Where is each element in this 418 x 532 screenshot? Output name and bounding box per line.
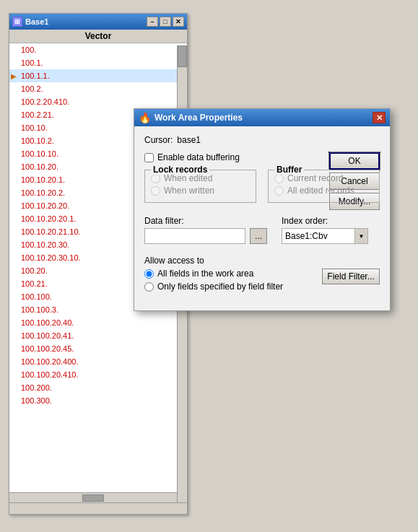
bg-statusbar — [9, 502, 187, 514]
all-fields-row: All fields in the work area — [144, 269, 283, 279]
index-order-section: Index order: Base1:Cbv ▼ — [282, 216, 368, 244]
current-record-radio[interactable] — [274, 174, 284, 183]
table-row[interactable]: 100.2.20.410. — [9, 95, 187, 108]
row-val: 100.10.20.30. — [21, 240, 69, 249]
combo-arrow-icon[interactable]: ▼ — [354, 229, 367, 243]
table-row[interactable]: 100.200. — [9, 381, 187, 394]
table-row[interactable]: 100.100.20.410. — [9, 368, 187, 381]
work-area-properties-dialog: 🔥 Work Area Properties ✕ OK Cancel Modif… — [134, 108, 391, 311]
table-row[interactable]: 100.100.20.41. — [9, 329, 187, 342]
bg-restore-btn[interactable]: □ — [160, 17, 171, 27]
enable-data-buffering-checkbox[interactable] — [144, 153, 154, 162]
dialog-close-btn[interactable]: ✕ — [373, 112, 386, 123]
when-edited-label: When edited — [164, 173, 212, 183]
row-val: 100.100.20.41. — [21, 331, 74, 340]
bg-window-title: Base1 — [25, 17, 48, 26]
table-row[interactable]: 100.100.20.45. — [9, 342, 187, 355]
data-filter-label: Data filter: — [144, 216, 267, 226]
row-val: 100.10.10. — [21, 149, 58, 158]
row-val: 100. — [21, 45, 36, 54]
row-val: 100.100. — [21, 292, 52, 301]
only-fields-label: Only fields specified by field filter — [157, 282, 283, 292]
row-val: 100.10.2. — [21, 136, 54, 145]
current-record-row: Current record — [274, 173, 373, 183]
only-fields-radio[interactable] — [144, 282, 154, 292]
row-val: 100.2.21. — [21, 110, 54, 119]
field-filter-button[interactable]: Field Filter... — [322, 269, 380, 284]
row-val: 100.200. — [21, 383, 52, 392]
table-row[interactable]: 100.100.20.40. — [9, 316, 187, 329]
dialog-title: Work Area Properties — [154, 113, 243, 123]
table-row[interactable]: 100.1. — [9, 56, 187, 69]
cursor-value: base1 — [177, 135, 201, 145]
row-val: 100.100.20.410. — [21, 370, 79, 379]
enable-data-buffering-label: Enable data buffering — [157, 152, 240, 162]
row-val: 100.1. — [21, 58, 43, 67]
index-order-label: Index order: — [282, 216, 368, 226]
browse-button[interactable]: ... — [250, 228, 267, 244]
row-val: 100.300. — [21, 396, 52, 405]
data-filter-input[interactable] — [144, 228, 245, 244]
index-order-value: Base1:Cbv — [282, 228, 354, 244]
all-fields-label: All fields in the work area — [157, 269, 253, 279]
row-val: 100.10.20.30.10. — [21, 253, 81, 262]
row-val: 100.10.20.21.10. — [21, 227, 81, 236]
dialog-icon: 🔥 — [139, 112, 150, 123]
bg-window-icon: ⊞ — [12, 17, 22, 27]
all-edited-radio[interactable] — [274, 186, 284, 196]
row-val: 100.100.3. — [21, 305, 58, 314]
bg-column-header: Vector — [9, 30, 187, 43]
data-filter-section: Data filter: ... — [144, 216, 267, 250]
when-edited-radio[interactable] — [151, 174, 160, 183]
table-row[interactable]: 100. — [9, 43, 187, 56]
row-val: 100.1.1. — [21, 71, 50, 80]
dialog-titlebar: 🔥 Work Area Properties ✕ — [134, 109, 390, 126]
allow-access-section: Allow access to All fields in the work a… — [144, 256, 380, 295]
bg-window-titlebar: ⊞ Base1 – □ ✕ — [9, 14, 187, 30]
table-row[interactable]: 100.100.20.400. — [9, 355, 187, 368]
lock-buffer-section: Lock records When edited When written Bu… — [144, 170, 380, 209]
row-val: 100.10.20.20.1. — [21, 214, 76, 223]
bg-window-controls: – □ ✕ — [147, 17, 184, 27]
dialog-body: OK Cancel Modify... Cursor: base1 Enable… — [134, 126, 390, 310]
index-order-combo[interactable]: Base1:Cbv ▼ — [282, 228, 368, 244]
row-val: 100.100.20.400. — [21, 357, 79, 366]
scrollbar-thumb[interactable] — [178, 45, 187, 67]
cursor-row: Cursor: base1 — [144, 135, 380, 145]
row-val: 100.21. — [21, 279, 48, 288]
allow-access-options: All fields in the work area Only fields … — [144, 269, 283, 295]
buffer-group: Buffer Current record All edited records — [268, 170, 380, 203]
all-fields-radio[interactable] — [144, 269, 154, 279]
data-filter-input-row: ... — [144, 228, 267, 244]
buffer-legend: Buffer — [274, 165, 304, 175]
row-val: 100.10.20.20. — [21, 201, 69, 210]
only-fields-row: Only fields specified by field filter — [144, 282, 283, 292]
when-edited-row: When edited — [151, 173, 250, 183]
cursor-label: Cursor: — [144, 135, 173, 145]
bg-minimize-btn[interactable]: – — [147, 17, 158, 27]
bg-close-btn[interactable]: ✕ — [173, 17, 184, 27]
ok-button[interactable]: OK — [329, 152, 380, 170]
table-row[interactable]: 100.300. — [9, 394, 187, 407]
bg-horizontal-scrollbar[interactable] — [9, 492, 177, 502]
allow-access-label: Allow access to — [144, 256, 380, 266]
filter-index-row: Data filter: ... Index order: Base1:Cbv … — [144, 216, 380, 250]
when-written-label: When written — [164, 186, 214, 196]
row-val: 100.10. — [21, 123, 48, 132]
hscrollbar-thumb[interactable] — [82, 494, 104, 502]
table-row-active[interactable]: ▶ 100.1.1. — [9, 69, 187, 82]
when-written-radio[interactable] — [151, 186, 160, 196]
all-edited-row: All edited records — [274, 186, 373, 196]
row-val: 100.100.20.45. — [21, 344, 74, 353]
current-record-label: Current record — [287, 173, 343, 183]
lock-records-legend: Lock records — [151, 165, 209, 175]
row-val: 100.100.20.40. — [21, 318, 74, 327]
when-written-row: When written — [151, 186, 250, 196]
row-val: 100.2.20.410. — [21, 97, 69, 106]
row-val: 100.20. — [21, 266, 48, 275]
row-val: 100.10.20. — [21, 162, 58, 171]
row-val: 100.10.20.1. — [21, 175, 65, 184]
table-row[interactable]: 100.2. — [9, 82, 187, 95]
row-pointer: ▶ — [11, 72, 19, 80]
allow-access-outer: All fields in the work area Only fields … — [144, 269, 380, 295]
